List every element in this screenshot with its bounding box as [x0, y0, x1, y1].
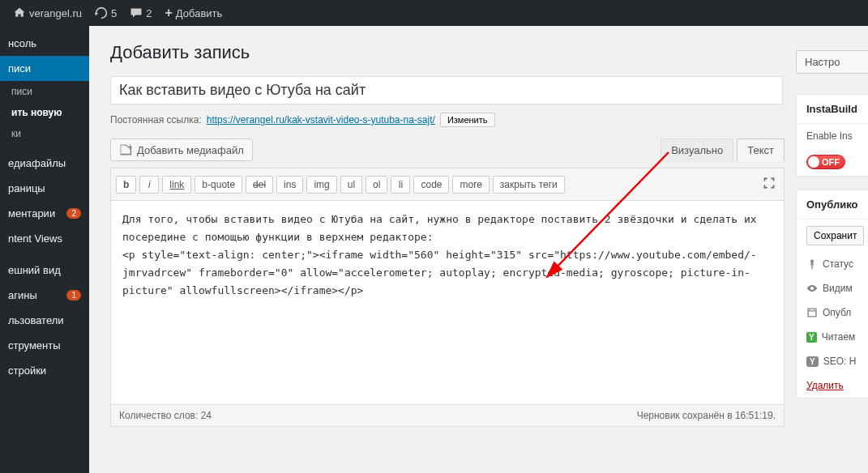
admin-topbar: verangel.ru 5 2 + Добавить — [0, 0, 868, 26]
btn-ol[interactable]: ol — [366, 176, 387, 194]
post-title-input[interactable] — [110, 76, 783, 104]
fullscreen-icon[interactable] — [759, 173, 779, 195]
readability-label: Читаем — [822, 331, 856, 343]
enable-label: Enable Ins — [806, 130, 853, 142]
menu-media[interactable]: едиафайлы — [0, 151, 89, 176]
seo-label: SEO: Н — [823, 356, 857, 367]
btn-ins[interactable]: ins — [276, 176, 303, 194]
btn-ul[interactable]: ul — [340, 176, 362, 194]
menu-users[interactable]: льзователи — [0, 308, 89, 333]
pin-icon — [806, 258, 818, 270]
save-draft-button[interactable]: Сохранит — [806, 226, 864, 245]
btn-code[interactable]: code — [413, 176, 449, 194]
site-link[interactable]: verangel.ru — [6, 6, 88, 19]
instabuilder-toggle[interactable]: OFF — [806, 155, 845, 169]
btn-bquote[interactable]: b-quote — [195, 176, 242, 194]
submenu-all-posts[interactable]: писи — [0, 81, 89, 102]
menu-appearance[interactable]: ешний вид — [0, 258, 89, 283]
menu-settings[interactable]: стройки — [0, 358, 89, 383]
content-textarea[interactable] — [111, 201, 784, 402]
status-label: Статус — [823, 258, 853, 270]
comments-badge: 2 — [66, 208, 81, 219]
menu-posts[interactable]: писи — [0, 56, 89, 81]
visibility-label: Видим — [823, 283, 853, 294]
screen-options-button[interactable]: Настро — [796, 50, 868, 74]
publish-title: Опублико — [797, 190, 868, 219]
permalink-row: Постоянная ссылка: https://verangel.ru/k… — [110, 113, 852, 127]
yoast-icon: Y — [806, 332, 817, 343]
add-media-button[interactable]: Добавить медиафайл — [110, 138, 253, 161]
schedule-label: Опубл — [823, 307, 851, 318]
menu-comments[interactable]: ментарии2 — [0, 201, 89, 226]
btn-italic[interactable]: i — [139, 176, 159, 194]
submenu-add-new[interactable]: ить новую — [0, 102, 89, 123]
btn-li[interactable]: li — [391, 176, 410, 194]
seo-icon: Y — [806, 356, 819, 367]
updates-link[interactable]: 5 — [88, 6, 123, 19]
menu-plugins[interactable]: агины1 — [0, 283, 89, 308]
btn-closetags[interactable]: закрыть теги — [493, 176, 565, 194]
submenu-categories[interactable]: ки — [0, 123, 89, 144]
tab-text[interactable]: Текст — [737, 138, 785, 161]
main-content: Добавить запись Постоянная ссылка: https… — [89, 26, 868, 473]
menu-pages[interactable]: раницы — [0, 176, 89, 201]
comments-link[interactable]: 2 — [123, 6, 158, 19]
btn-more[interactable]: more — [452, 176, 489, 194]
instabuilder-metabox: InstaBuild Enable Ins OFF — [796, 94, 868, 177]
delete-link[interactable]: Удалить — [806, 380, 844, 391]
word-count: Количество слов: 24 — [119, 410, 212, 421]
plugins-badge: 1 — [66, 290, 81, 300]
new-link[interactable]: + Добавить — [159, 6, 229, 20]
menu-dashboard[interactable]: нсоль — [0, 31, 89, 56]
edit-slug-button[interactable]: Изменить — [440, 113, 495, 127]
btn-link[interactable]: link — [162, 176, 191, 194]
btn-del[interactable]: del — [246, 176, 273, 194]
menu-contentviews[interactable]: ntent Views — [0, 226, 89, 251]
publish-metabox: Опублико Сохранит Статус Видим Опубл YЧи… — [796, 190, 868, 398]
calendar-icon — [806, 307, 818, 318]
instabuilder-title: InstaBuild — [797, 95, 868, 124]
eye-icon — [806, 283, 818, 294]
menu-tools[interactable]: струменты — [0, 333, 89, 358]
btn-bold[interactable]: b — [116, 176, 136, 194]
text-editor-toolbar: b i link b-quote del ins img ul ol li co… — [110, 168, 785, 200]
btn-img[interactable]: img — [306, 176, 336, 194]
tab-visual[interactable]: Визуально — [661, 138, 733, 161]
page-heading: Добавить запись — [110, 42, 852, 63]
admin-sidebar: нсоль писи писи ить новую ки едиафайлы р… — [0, 26, 89, 473]
save-status: Черновик сохранён в 16:51:19. — [637, 410, 776, 421]
permalink-link[interactable]: https://verangel.ru/kak-vstavit-video-s-… — [207, 114, 435, 126]
